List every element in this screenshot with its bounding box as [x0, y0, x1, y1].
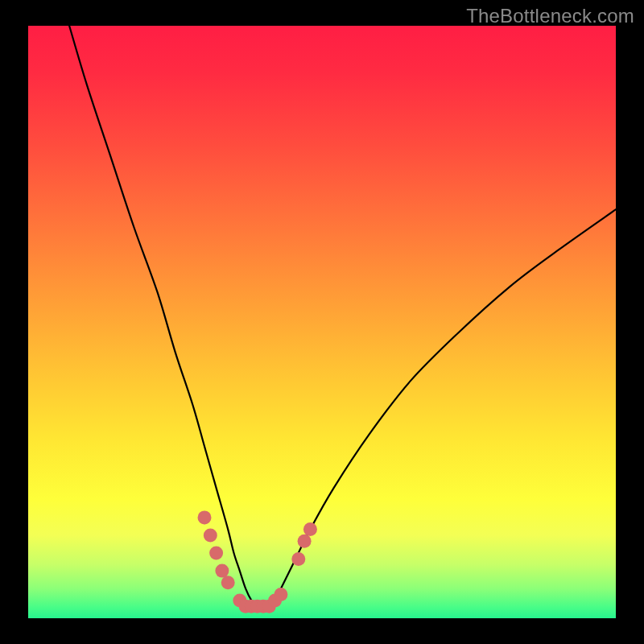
- bottleneck-curve: [69, 26, 616, 607]
- curve-marker: [198, 510, 212, 524]
- curve-marker: [215, 564, 229, 578]
- curve-marker: [274, 588, 287, 601]
- watermark-text: TheBottleneck.com: [466, 5, 634, 27]
- marker-group: [198, 510, 317, 613]
- curve-marker: [204, 528, 217, 542]
- curve-marker: [303, 522, 317, 536]
- curve-marker: [209, 547, 223, 560]
- curve-marker: [291, 552, 305, 566]
- curve-marker: [221, 576, 235, 589]
- curve-marker: [298, 535, 312, 548]
- plot-area: [28, 26, 616, 618]
- chart-frame: TheBottleneck.com: [0, 0, 644, 644]
- curve-svg: [28, 26, 616, 618]
